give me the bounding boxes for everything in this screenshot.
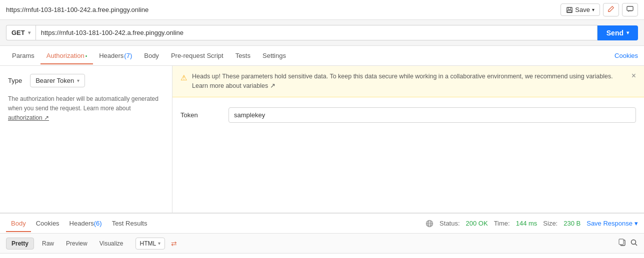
- auth-dot: •: [86, 53, 88, 59]
- warning-banner: ⚠ Heads up! These parameters hold sensit…: [172, 66, 644, 97]
- tab-params[interactable]: Params: [6, 47, 40, 64]
- format-chevron: ▾: [158, 241, 160, 246]
- svg-line-12: [636, 244, 638, 246]
- url-bar: GET ▾ Send ▾: [0, 20, 644, 46]
- send-chevron: ▾: [626, 30, 629, 35]
- cookies-link[interactable]: Cookies: [614, 52, 638, 59]
- status-info: Status: 200 OK Time: 144 ms Size: 230 B …: [426, 220, 638, 228]
- code-toolbar: Pretty Raw Preview Visualize HTML ▾ ⇄: [0, 234, 644, 254]
- tab-body[interactable]: Body: [138, 47, 165, 64]
- resp-tab-cookies[interactable]: Cookies: [31, 215, 64, 232]
- main-content: Type Bearer Token ▾ The authorization he…: [0, 66, 644, 213]
- search-button[interactable]: [630, 239, 638, 248]
- save-chevron: ▾: [592, 7, 594, 12]
- authorization-link[interactable]: authorization ↗: [8, 114, 49, 121]
- auth-left-panel: Type Bearer Token ▾ The authorization he…: [0, 66, 172, 213]
- response-area: Body Cookies Headers(6) Test Results Sta…: [0, 213, 644, 258]
- comment-button[interactable]: [622, 3, 638, 16]
- tab-authorization[interactable]: Authorization•: [40, 47, 93, 64]
- tab-tests[interactable]: Tests: [230, 47, 256, 64]
- copy-icon: [618, 239, 626, 247]
- method-select[interactable]: GET ▾: [6, 25, 36, 40]
- method-label: GET: [12, 29, 25, 36]
- tab-settings[interactable]: Settings: [256, 47, 292, 64]
- status-label: Status:: [440, 220, 460, 227]
- request-tabs: Params Authorization• Headers(7) Body Pr…: [0, 46, 644, 66]
- save-button[interactable]: Save ▾: [560, 3, 600, 16]
- title-url: https://rnfut-103-181-100-242.a.free.pin…: [6, 6, 148, 13]
- auth-description: The authorization header will be automat…: [8, 94, 164, 123]
- token-row: Token: [172, 97, 644, 133]
- globe-icon: [426, 220, 434, 228]
- pretty-button[interactable]: Pretty: [6, 238, 34, 250]
- token-input[interactable]: [228, 107, 636, 123]
- svg-rect-0: [567, 7, 572, 12]
- edit-icon: [608, 5, 614, 12]
- size-value: 230 B: [564, 220, 580, 227]
- code-area: 1 {'key' : 'value'}: [0, 254, 644, 258]
- url-input[interactable]: [36, 25, 598, 40]
- save-response-chevron: ▾: [634, 220, 638, 227]
- comment-icon: [626, 5, 634, 12]
- bearer-chevron: ▾: [77, 78, 80, 83]
- tab-pre-request-script[interactable]: Pre-request Script: [165, 47, 230, 64]
- auth-right-panel: ⚠ Heads up! These parameters hold sensit…: [172, 66, 644, 213]
- time-label: Time:: [494, 220, 510, 227]
- resp-tab-headers[interactable]: Headers(6): [64, 215, 107, 232]
- edit-button[interactable]: [603, 3, 619, 16]
- preview-button[interactable]: Preview: [62, 238, 92, 249]
- svg-rect-3: [627, 6, 633, 11]
- filter-icon: ⇄: [171, 240, 177, 248]
- search-icon: [630, 239, 638, 247]
- type-label: Type: [8, 77, 22, 84]
- bearer-select[interactable]: Bearer Token ▾: [30, 74, 85, 87]
- title-bar: https://rnfut-103-181-100-242.a.free.pin…: [0, 0, 644, 20]
- copy-button[interactable]: [618, 239, 626, 248]
- send-button[interactable]: Send ▾: [598, 25, 638, 40]
- svg-rect-2: [568, 10, 572, 12]
- title-actions: Save ▾: [560, 3, 638, 16]
- time-value: 144 ms: [516, 220, 538, 227]
- visualize-button[interactable]: Visualize: [96, 238, 128, 249]
- warning-text: Heads up! These parameters hold sensitiv…: [192, 72, 626, 91]
- status-value: 200 OK: [466, 220, 488, 227]
- raw-button[interactable]: Raw: [38, 238, 58, 249]
- token-label: Token: [180, 111, 220, 119]
- response-tabs: Body Cookies Headers(6) Test Results Sta…: [0, 214, 644, 234]
- resp-tab-test-results[interactable]: Test Results: [107, 215, 152, 232]
- svg-point-11: [632, 240, 636, 245]
- resp-tab-body[interactable]: Body: [6, 215, 31, 232]
- warning-close-button[interactable]: ×: [632, 72, 636, 80]
- variables-link[interactable]: variables ↗: [243, 82, 276, 89]
- svg-rect-10: [619, 239, 624, 245]
- save-icon: [566, 6, 573, 13]
- code-actions: [618, 239, 638, 248]
- type-row: Type Bearer Token ▾: [8, 74, 164, 87]
- warning-icon: ⚠: [180, 72, 187, 84]
- method-chevron: ▾: [28, 30, 30, 35]
- size-label: Size:: [543, 220, 558, 227]
- tab-headers[interactable]: Headers(7): [93, 47, 138, 64]
- format-select[interactable]: HTML ▾: [136, 238, 166, 250]
- save-response-button[interactable]: Save Response ▾: [586, 220, 638, 227]
